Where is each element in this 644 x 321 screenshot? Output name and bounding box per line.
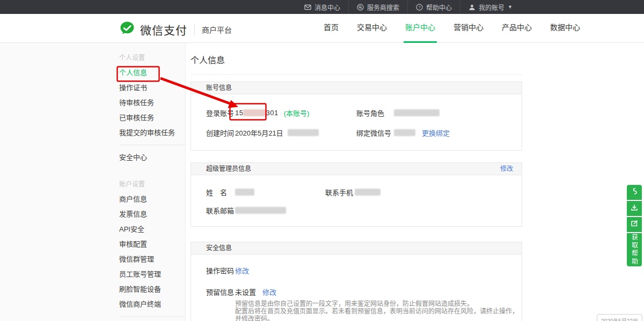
security-info-card-body: 操作密码 修改 预留信息 未设置 修改 预留信息是由你自己设置的一段文字，用来鉴… [191, 255, 522, 321]
current-account-tag: (本账号) [284, 108, 310, 118]
sidebar-item-personal-info[interactable]: 个人信息 [119, 65, 185, 80]
set-reserved-info-link[interactable]: 修改 [262, 287, 276, 297]
sidebar-item-wechat-group-management[interactable]: 微信群管理 [119, 252, 185, 267]
nav-product-center[interactable]: 产品中心 [500, 14, 533, 43]
sidebar-item-api-security[interactable]: API安全 [119, 222, 185, 237]
super-admin-card: 超级管理员信息 修改 姓 名 联系手机 联系邮箱 [191, 162, 522, 227]
admin-name-label: 姓 名 [206, 187, 235, 197]
topbar-my-account[interactable]: 我的账号 ▼ [460, 0, 521, 14]
hotline-button[interactable] [627, 185, 642, 200]
reserved-info-row: 预留信息 未设置 修改 [191, 286, 522, 297]
topbar: 消息中心 服务商搜索 ? 帮助中心 我的账号 ▼ [0, 0, 644, 14]
description-line: 预留信息是由你自己设置的一段文字，用来鉴定网站身份，防止假冒网站造成损失。 [235, 300, 522, 308]
topbar-message-center[interactable]: 消息中心 [296, 0, 348, 14]
account-role-redacted [394, 109, 440, 116]
edit-admin-link[interactable]: 修改 [500, 163, 513, 175]
sidebar-item-staff-account-management[interactable]: 员工账号管理 [119, 267, 185, 282]
topbar-item-label: 我的账号 [479, 3, 504, 12]
topbar-item-label: 帮助中心 [426, 3, 452, 12]
operation-password-row: 操作密码 修改 [191, 265, 522, 275]
contact-phone-label: 联系手机 [325, 187, 355, 197]
created-time-label: 创建时间 [206, 128, 235, 138]
main-nav: 首页 交易中心 账户中心 营销中心 产品中心 数据中心 [314, 14, 589, 43]
account-row-2: 创建时间 2020年5月21日 绑定微信号 更换绑定 [191, 124, 522, 140]
sidebar-item-operation-certificate[interactable]: 操作证书 [119, 80, 185, 95]
sidebar-group-personal-settings: 个人设置 [119, 50, 185, 65]
section-title: 安全信息 [206, 244, 232, 252]
wechat-pay-logo-icon [119, 20, 135, 39]
hotline-icon [630, 187, 639, 198]
bound-wechat-value: 更换绑定 [394, 128, 522, 138]
account-info-card-body: 登录账号 15 301 (本账号) 账号角色 创建时间 2020年5月21日 [191, 94, 522, 150]
account-info-card-header: 账号信息 [191, 82, 522, 94]
search-icon [357, 4, 364, 11]
admin-name-redacted [235, 189, 254, 196]
svg-text:?: ? [418, 5, 420, 10]
nav-account-center[interactable]: 账户中心 [404, 14, 437, 43]
login-number-redacted [243, 109, 266, 116]
sidebar-item-face-smart-device[interactable]: 刷脸智能设备 [119, 282, 185, 297]
page-title: 个人信息 [191, 53, 522, 66]
topbar-service-provider-search[interactable]: 服务商搜索 [348, 0, 407, 14]
created-time-redacted [288, 129, 319, 136]
section-title: 超级管理员信息 [206, 165, 251, 173]
main-content: 个人信息 账号信息 登录账号 15 301 (本账号) 账号角色 创建时 [191, 43, 522, 321]
help-icon: ? [416, 4, 423, 11]
topbar-item-label: 消息中心 [314, 3, 340, 12]
feedback-button[interactable] [627, 217, 642, 232]
topbar-help-center[interactable]: ? 帮助中心 [407, 0, 460, 14]
get-help-button[interactable]: 获取帮助 [627, 233, 642, 266]
reserved-info-description: 预留信息是由你自己设置的一段文字，用来鉴定网站身份，防止假冒网站造成损失。 配置… [191, 300, 522, 321]
nav-home[interactable]: 首页 [322, 14, 340, 43]
change-password-link[interactable]: 修改 [235, 265, 249, 275]
contact-phone-redacted [355, 189, 380, 196]
topbar-item-label: 服务商搜索 [367, 3, 399, 12]
sidebar: 个人设置 个人信息 操作证书 待审核任务 已审核任务 我提交的审核任务 安全中心… [0, 43, 186, 321]
sidebar-group-account-settings: 账户设置 [119, 177, 185, 192]
contact-email-value [235, 207, 325, 214]
operation-password-label: 操作密码 [206, 265, 235, 275]
contact-phone-value [355, 189, 522, 196]
brand-divider [194, 24, 195, 35]
bound-wechat-label: 绑定微信号 [356, 128, 394, 138]
admin-name-value [235, 189, 325, 196]
chevron-down-icon: ▼ [508, 4, 513, 10]
change-binding-link[interactable]: 更换绑定 [422, 128, 450, 138]
wechat-pay-merchant-platform: { "colors": { "accent_green": "#07c160",… [0, 0, 644, 321]
user-icon [469, 4, 475, 11]
nav-marketing-center[interactable]: 营销中心 [452, 14, 485, 43]
sidebar-item-merchant-info[interactable]: 商户信息 [119, 192, 185, 207]
created-date-text: 2020年5月21日 [235, 128, 283, 138]
admin-row-1: 姓 名 联系手机 [191, 185, 522, 198]
sidebar-item-review-config[interactable]: 审核配置 [119, 237, 185, 252]
edit-icon [630, 219, 639, 230]
login-account-label: 登录账号 [206, 108, 235, 118]
account-role-label: 账号角色 [356, 108, 394, 118]
sidebar-item-invoice-info[interactable]: 发票信息 [119, 207, 185, 222]
brand[interactable]: 微信支付 商户平台 [119, 20, 232, 39]
sidebar-item-pending-review-tasks[interactable]: 待审核任务 [119, 95, 185, 110]
nav-data-center[interactable]: 数据中心 [548, 14, 582, 43]
account-info-card: 账号信息 登录账号 15 301 (本账号) 账号角色 创建时间 2020年 [191, 81, 522, 151]
contact-email-label: 联系邮箱 [206, 205, 235, 215]
download-button[interactable] [627, 201, 642, 216]
date-tooltip: 2020年5月22日 [597, 314, 642, 321]
sidebar-divider [119, 316, 186, 317]
login-number-suffix: 301 [266, 109, 278, 117]
super-admin-card-body: 姓 名 联系手机 联系邮箱 [191, 175, 522, 226]
sidebar-item-reviewed-tasks[interactable]: 已审核任务 [119, 110, 185, 125]
created-time-value: 2020年5月21日 [235, 128, 356, 138]
sidebar-item-wechat-merchant-terminal[interactable]: 微信商户终端 [119, 297, 185, 312]
login-number-prefix: 15 [235, 109, 243, 117]
security-info-card-header: 安全信息 [191, 242, 522, 255]
mail-icon [304, 4, 311, 11]
sidebar-item-security-center[interactable]: 安全中心 [119, 150, 185, 165]
reserved-info-status: 未设置 [235, 287, 256, 297]
section-title: 账号信息 [206, 84, 232, 92]
login-account-value: 15 301 (本账号) [235, 108, 356, 118]
sidebar-item-my-submitted-review-tasks[interactable]: 我提交的审核任务 [119, 125, 185, 140]
sidebar-spacer [119, 165, 185, 177]
portal-name: 商户平台 [202, 24, 232, 35]
download-icon [630, 203, 639, 214]
nav-transaction-center[interactable]: 交易中心 [355, 14, 389, 43]
